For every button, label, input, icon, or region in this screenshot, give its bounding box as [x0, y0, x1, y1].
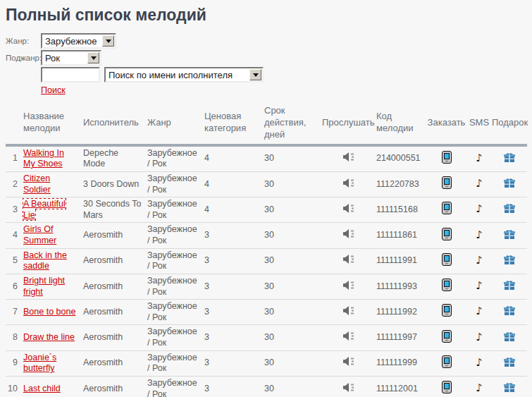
phone-icon[interactable]: [442, 330, 452, 343]
search-input[interactable]: [41, 67, 100, 83]
gift-icon[interactable]: [504, 382, 515, 392]
chevron-down-icon[interactable]: [102, 35, 114, 47]
table-row: 2 Citizen Soldier 3 Doors Down Зарубежно…: [6, 171, 527, 197]
melody-code-cell: 111111991: [376, 248, 426, 274]
melody-name-link[interactable]: Citizen Soldier: [23, 173, 51, 195]
melody-name-link[interactable]: Bright light fright: [23, 276, 65, 297]
music-note-icon[interactable]: ♪: [476, 178, 483, 189]
subgenre-select[interactable]: Рок: [41, 50, 101, 66]
melody-table-body: 1 Walking In My Shoes Depeche Mode Заруб…: [6, 145, 527, 397]
melody-name-link[interactable]: Bone to bone: [23, 307, 75, 317]
duration-cell: 30: [264, 223, 322, 248]
phone-icon[interactable]: [442, 228, 452, 240]
gift-icon[interactable]: [504, 357, 515, 367]
chevron-down-icon[interactable]: [249, 69, 261, 80]
table-row: 6 Bright light fright Aerosmith Зарубежн…: [6, 274, 527, 299]
melody-code-cell: 111111861: [376, 223, 426, 248]
search-link[interactable]: Поиск: [41, 85, 66, 95]
duration-cell: 30: [264, 376, 322, 397]
music-note-icon[interactable]: ♪: [476, 383, 483, 393]
price-category-cell: 3: [204, 274, 264, 299]
price-category-cell: 3: [204, 325, 264, 350]
music-note-icon[interactable]: ♪: [476, 255, 483, 266]
music-note-icon[interactable]: ♪: [476, 230, 483, 240]
phone-icon[interactable]: [442, 304, 452, 317]
phone-icon[interactable]: [442, 355, 452, 368]
speaker-icon[interactable]: [343, 281, 355, 290]
gift-icon[interactable]: [504, 229, 515, 239]
artist-cell: Aerosmith: [83, 300, 147, 325]
row-number: 9: [6, 350, 23, 376]
duration-cell: 30: [264, 300, 322, 325]
duration-cell: 30: [264, 325, 322, 350]
speaker-icon[interactable]: [343, 229, 355, 238]
price-category-cell: 4: [204, 171, 264, 197]
melody-name-link[interactable]: Last child: [23, 384, 61, 393]
melody-code-cell: 111112001: [376, 376, 426, 397]
phone-icon[interactable]: [442, 253, 452, 266]
table-row: 8 Draw the line Aerosmith Зарубежное / Р…: [6, 325, 527, 350]
page-container: Полный список мелодий Жанр: Зарубежное П…: [0, 0, 532, 397]
music-note-icon[interactable]: ♪: [476, 306, 483, 317]
phone-icon[interactable]: [442, 202, 452, 214]
gift-icon[interactable]: [504, 203, 515, 213]
speaker-icon[interactable]: [343, 306, 355, 315]
phone-icon[interactable]: [442, 151, 452, 164]
gift-icon[interactable]: [504, 178, 515, 188]
gift-icon[interactable]: [504, 331, 515, 341]
melody-code-cell: 111115168: [376, 197, 426, 223]
artist-cell: Aerosmith: [83, 274, 147, 299]
music-note-icon[interactable]: ♪: [476, 204, 483, 214]
gift-icon[interactable]: [504, 255, 515, 264]
melody-name-link[interactable]: Joanie`s butterfly: [23, 353, 56, 374]
table-header-row: Название мелодии Исполнитель Жанр Ценова…: [6, 105, 527, 145]
row-number: 6: [6, 274, 23, 299]
page-title: Полный список мелодий: [6, 6, 526, 25]
speaker-icon[interactable]: [343, 178, 355, 188]
duration-cell: 30: [264, 248, 322, 274]
speaker-icon[interactable]: [343, 383, 355, 392]
row-number: 3: [6, 197, 23, 223]
header-code: Код мелодии: [376, 105, 426, 145]
melody-name-link[interactable]: Walking In My Shoes: [23, 148, 64, 169]
speaker-icon[interactable]: [343, 255, 355, 264]
melody-code-cell: 111220783: [376, 171, 426, 197]
table-row: 3 A Beautiful Lie 30 Seconds To Mars Зар…: [6, 197, 527, 223]
artist-cell: Depeche Mode: [83, 145, 147, 172]
row-number: 4: [6, 223, 23, 248]
speaker-icon[interactable]: [343, 152, 355, 161]
music-note-icon[interactable]: ♪: [476, 332, 483, 343]
gift-icon[interactable]: [504, 305, 515, 315]
melody-name-link[interactable]: Draw the line: [23, 332, 75, 342]
artist-cell: Aerosmith: [83, 350, 147, 376]
phone-icon[interactable]: [442, 381, 452, 393]
table-row: 7 Bone to bone Aerosmith Зарубежное / Ро…: [6, 300, 527, 325]
music-note-icon[interactable]: ♪: [476, 281, 483, 291]
genre-label: Жанр:: [6, 37, 41, 45]
search-type-select[interactable]: Поиск по имени исполнителя: [104, 67, 264, 83]
chevron-down-icon[interactable]: [87, 52, 99, 63]
gift-icon[interactable]: [504, 280, 515, 290]
melody-name-link[interactable]: Girls Of Summer: [23, 224, 56, 245]
price-category-cell: 4: [204, 197, 264, 223]
gift-icon[interactable]: [504, 152, 515, 162]
music-note-icon[interactable]: ♪: [476, 358, 483, 368]
genre-cell: Зарубежное / Рок: [147, 248, 204, 274]
melody-name-link[interactable]: Back in the saddle: [23, 250, 67, 271]
speaker-icon[interactable]: [343, 357, 355, 366]
genre-select[interactable]: Зарубежное: [41, 33, 116, 49]
phone-icon[interactable]: [442, 176, 452, 189]
header-sms: SMS: [466, 105, 492, 145]
genre-cell: Зарубежное / Рок: [147, 274, 204, 299]
header-genre: Жанр: [147, 105, 204, 145]
artist-cell: Aerosmith: [83, 248, 147, 274]
melody-name-link[interactable]: A Beautiful Lie: [23, 199, 66, 220]
speaker-icon[interactable]: [343, 331, 355, 341]
price-category-cell: 3: [204, 376, 264, 397]
genre-cell: Зарубежное / Рок: [147, 171, 204, 197]
header-order: Заказать: [426, 105, 466, 145]
phone-icon[interactable]: [442, 279, 452, 291]
music-note-icon[interactable]: ♪: [476, 153, 483, 164]
price-category-cell: 3: [204, 300, 264, 325]
speaker-icon[interactable]: [343, 204, 355, 213]
